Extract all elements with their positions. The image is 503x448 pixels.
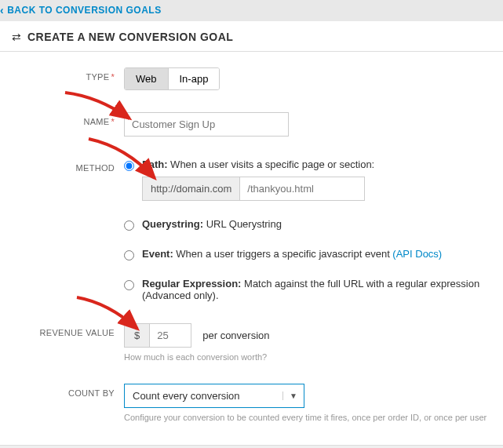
method-event-label: Event: When a user triggers a specific j… [142, 248, 487, 260]
method-path-radio[interactable] [124, 161, 134, 171]
transfer-icon: ⇄ [12, 31, 21, 43]
label-revenue: REVENUE VALUE [16, 323, 124, 337]
revenue-suffix: per conversion [202, 330, 269, 341]
type-inapp-button[interactable]: In-app [168, 68, 220, 89]
method-querystring-radio[interactable] [124, 220, 134, 231]
label-type: TYPE* [16, 67, 124, 82]
chevron-down-icon: ▼ [282, 392, 297, 400]
type-web-button[interactable]: Web [125, 68, 168, 89]
label-countby: COUNT BY [16, 384, 124, 398]
page-title: Create a New Conversion Goal [27, 31, 233, 43]
revenue-hint: How much is each conversion worth? [124, 352, 487, 362]
api-docs-link[interactable]: (API Docs) [392, 248, 442, 260]
back-link[interactable]: Back to Conversion Goals [0, 4, 162, 16]
count-by-select[interactable]: Count every conversion ▼ [124, 384, 304, 408]
method-regex-radio[interactable] [124, 280, 134, 290]
path-input[interactable] [239, 177, 365, 201]
count-by-hint: Configure your conversion to be counted … [124, 413, 487, 422]
url-prefix: http://domain.com [142, 177, 239, 201]
method-regex-label: Regular Expression: Match against the fu… [142, 278, 487, 301]
method-path-label: Path: When a user visits a specific page… [142, 158, 487, 170]
revenue-input[interactable] [149, 323, 191, 348]
label-name: NAME* [16, 112, 124, 126]
method-event-radio[interactable] [124, 250, 134, 260]
count-by-value: Count every conversion [133, 390, 240, 402]
currency-prefix: $ [124, 323, 149, 348]
method-querystring-label: Querystring: URL Querystring [142, 218, 487, 230]
label-method: METHOD [16, 158, 124, 173]
name-input[interactable] [124, 112, 289, 137]
type-toggle: Web In-app [124, 67, 220, 90]
